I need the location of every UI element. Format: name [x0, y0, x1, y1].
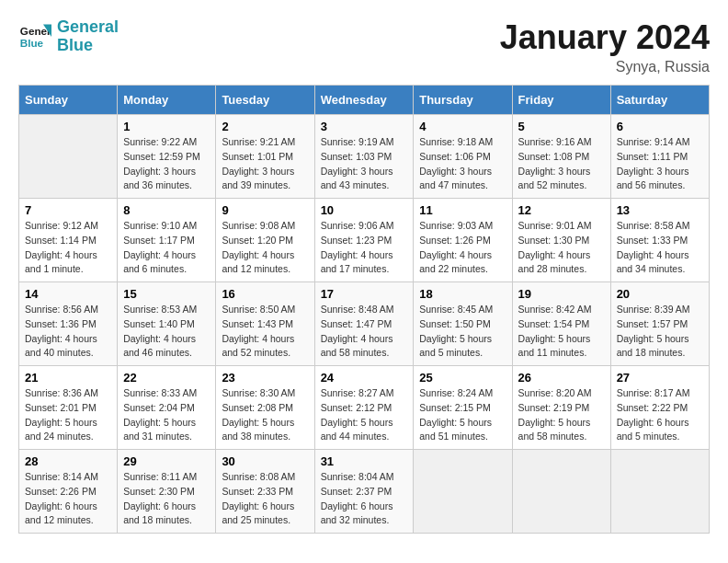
day-info: Sunrise: 8:30 AMSunset: 2:08 PMDaylight:… [222, 386, 308, 444]
day-info: Sunrise: 8:24 AMSunset: 2:15 PMDaylight:… [419, 386, 506, 444]
weekday-header-row: SundayMondayTuesdayWednesdayThursdayFrid… [19, 86, 710, 115]
day-cell: 12Sunrise: 9:01 AMSunset: 1:30 PMDayligh… [512, 199, 610, 282]
day-cell: 22Sunrise: 8:33 AMSunset: 2:04 PMDayligh… [118, 366, 216, 450]
day-info: Sunrise: 8:04 AMSunset: 2:37 PMDaylight:… [321, 470, 408, 528]
day-cell: 11Sunrise: 9:03 AMSunset: 1:26 PMDayligh… [414, 199, 512, 282]
day-number: 31 [321, 454, 408, 468]
location: Synya, Russia [500, 59, 710, 75]
day-cell: 9Sunrise: 9:08 AMSunset: 1:20 PMDaylight… [216, 199, 314, 282]
day-info: Sunrise: 8:20 AMSunset: 2:19 PMDaylight:… [518, 386, 605, 444]
day-cell: 5Sunrise: 9:16 AMSunset: 1:08 PMDaylight… [512, 115, 610, 199]
day-info: Sunrise: 8:56 AMSunset: 1:36 PMDaylight:… [25, 303, 111, 361]
day-info: Sunrise: 8:36 AMSunset: 2:01 PMDaylight:… [25, 386, 111, 444]
day-info: Sunrise: 9:08 AMSunset: 1:20 PMDaylight:… [222, 219, 308, 277]
day-cell: 20Sunrise: 8:39 AMSunset: 1:57 PMDayligh… [610, 282, 709, 366]
day-number: 29 [123, 454, 210, 468]
week-row-2: 7Sunrise: 9:12 AMSunset: 1:14 PMDaylight… [19, 199, 710, 282]
day-number: 8 [123, 203, 210, 217]
day-info: Sunrise: 8:58 AMSunset: 1:33 PMDaylight:… [617, 219, 703, 277]
day-cell: 28Sunrise: 8:14 AMSunset: 2:26 PMDayligh… [19, 450, 118, 534]
day-number: 20 [617, 287, 703, 301]
day-number: 4 [419, 120, 506, 133]
weekday-header-friday: Friday [512, 86, 610, 115]
day-info: Sunrise: 9:14 AMSunset: 1:11 PMDaylight:… [617, 135, 703, 193]
day-number: 26 [518, 371, 605, 385]
day-info: Sunrise: 9:22 AMSunset: 12:59 PMDaylight… [123, 135, 210, 193]
weekday-header-thursday: Thursday [414, 86, 512, 115]
day-number: 11 [419, 203, 506, 217]
day-info: Sunrise: 8:53 AMSunset: 1:40 PMDaylight:… [123, 303, 210, 361]
day-number: 25 [419, 371, 506, 385]
day-cell: 17Sunrise: 8:48 AMSunset: 1:47 PMDayligh… [314, 282, 414, 366]
weekday-header-saturday: Saturday [610, 86, 709, 115]
calendar-table: SundayMondayTuesdayWednesdayThursdayFrid… [18, 85, 710, 534]
day-number: 1 [123, 120, 210, 133]
day-info: Sunrise: 8:39 AMSunset: 1:57 PMDaylight:… [617, 303, 703, 361]
logo-icon: General Blue [18, 20, 51, 53]
day-number: 21 [25, 371, 111, 385]
weekday-header-sunday: Sunday [19, 86, 118, 115]
day-cell: 30Sunrise: 8:08 AMSunset: 2:33 PMDayligh… [216, 450, 314, 534]
day-number: 30 [222, 454, 308, 468]
day-info: Sunrise: 8:14 AMSunset: 2:26 PMDaylight:… [25, 470, 111, 528]
day-info: Sunrise: 8:08 AMSunset: 2:33 PMDaylight:… [222, 470, 308, 528]
title-block: January 2024 Synya, Russia [500, 18, 710, 75]
day-cell: 8Sunrise: 9:10 AMSunset: 1:17 PMDaylight… [118, 199, 216, 282]
day-number: 10 [321, 203, 408, 217]
day-number: 7 [25, 203, 111, 217]
day-cell: 7Sunrise: 9:12 AMSunset: 1:14 PMDaylight… [19, 199, 118, 282]
day-info: Sunrise: 9:06 AMSunset: 1:23 PMDaylight:… [321, 219, 408, 277]
day-number: 23 [222, 371, 308, 385]
day-cell: 1Sunrise: 9:22 AMSunset: 12:59 PMDayligh… [118, 115, 216, 199]
weekday-header-wednesday: Wednesday [314, 86, 414, 115]
day-cell: 15Sunrise: 8:53 AMSunset: 1:40 PMDayligh… [118, 282, 216, 366]
day-number: 17 [321, 287, 408, 301]
day-info: Sunrise: 8:48 AMSunset: 1:47 PMDaylight:… [321, 303, 408, 361]
day-info: Sunrise: 9:12 AMSunset: 1:14 PMDaylight:… [25, 219, 111, 277]
day-number: 27 [617, 371, 703, 385]
day-number: 28 [25, 454, 111, 468]
day-info: Sunrise: 8:42 AMSunset: 1:54 PMDaylight:… [518, 303, 605, 361]
day-cell [610, 450, 709, 534]
day-info: Sunrise: 9:01 AMSunset: 1:30 PMDaylight:… [518, 219, 605, 277]
day-number: 16 [222, 287, 308, 301]
day-cell: 14Sunrise: 8:56 AMSunset: 1:36 PMDayligh… [19, 282, 118, 366]
day-info: Sunrise: 9:16 AMSunset: 1:08 PMDaylight:… [518, 135, 605, 193]
day-number: 14 [25, 287, 111, 301]
day-cell [512, 450, 610, 534]
day-number: 9 [222, 203, 308, 217]
day-number: 3 [321, 120, 408, 133]
day-number: 13 [617, 203, 703, 217]
day-cell: 31Sunrise: 8:04 AMSunset: 2:37 PMDayligh… [314, 450, 414, 534]
day-cell: 6Sunrise: 9:14 AMSunset: 1:11 PMDaylight… [610, 115, 709, 199]
week-row-1: 1Sunrise: 9:22 AMSunset: 12:59 PMDayligh… [19, 115, 710, 199]
day-cell: 25Sunrise: 8:24 AMSunset: 2:15 PMDayligh… [414, 366, 512, 450]
day-number: 6 [617, 120, 703, 133]
day-number: 15 [123, 287, 210, 301]
day-cell: 10Sunrise: 9:06 AMSunset: 1:23 PMDayligh… [314, 199, 414, 282]
day-info: Sunrise: 9:19 AMSunset: 1:03 PMDaylight:… [321, 135, 408, 193]
day-cell: 21Sunrise: 8:36 AMSunset: 2:01 PMDayligh… [19, 366, 118, 450]
day-cell: 18Sunrise: 8:45 AMSunset: 1:50 PMDayligh… [414, 282, 512, 366]
day-number: 2 [222, 120, 308, 133]
day-number: 18 [419, 287, 506, 301]
day-cell: 16Sunrise: 8:50 AMSunset: 1:43 PMDayligh… [216, 282, 314, 366]
day-info: Sunrise: 9:10 AMSunset: 1:17 PMDaylight:… [123, 219, 210, 277]
day-cell: 26Sunrise: 8:20 AMSunset: 2:19 PMDayligh… [512, 366, 610, 450]
day-info: Sunrise: 9:03 AMSunset: 1:26 PMDaylight:… [419, 219, 506, 277]
weekday-header-tuesday: Tuesday [216, 86, 314, 115]
page-header: General Blue GeneralBlue January 2024 Sy… [18, 18, 710, 75]
month-title: January 2024 [500, 18, 710, 57]
day-info: Sunrise: 8:11 AMSunset: 2:30 PMDaylight:… [123, 470, 210, 528]
logo: General Blue GeneralBlue [18, 18, 119, 55]
day-cell: 4Sunrise: 9:18 AMSunset: 1:06 PMDaylight… [414, 115, 512, 199]
weekday-header-monday: Monday [118, 86, 216, 115]
day-info: Sunrise: 8:33 AMSunset: 2:04 PMDaylight:… [123, 386, 210, 444]
week-row-5: 28Sunrise: 8:14 AMSunset: 2:26 PMDayligh… [19, 450, 710, 534]
day-info: Sunrise: 8:27 AMSunset: 2:12 PMDaylight:… [321, 386, 408, 444]
day-info: Sunrise: 9:21 AMSunset: 1:01 PMDaylight:… [222, 135, 308, 193]
day-number: 19 [518, 287, 605, 301]
day-number: 5 [518, 120, 605, 133]
day-number: 22 [123, 371, 210, 385]
week-row-4: 21Sunrise: 8:36 AMSunset: 2:01 PMDayligh… [19, 366, 710, 450]
